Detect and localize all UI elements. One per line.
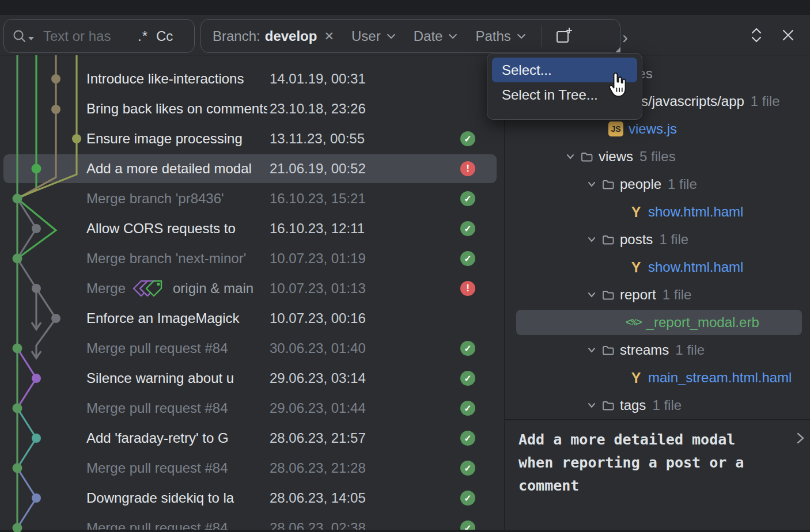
branch-filter-chip[interactable]: Branch: develop ✕ bbox=[213, 28, 334, 44]
commit-row[interactable]: Merge origin & main 10.07.23, 01:13 bbox=[0, 273, 504, 303]
commit-message: Allow CORS requests to bbox=[86, 214, 267, 244]
tree-folder-row[interactable]: posts 1 file bbox=[505, 226, 810, 253]
chevron-down-icon[interactable] bbox=[586, 234, 597, 245]
commit-message: Merge branch 'next-minor' bbox=[86, 244, 267, 273]
commit-row[interactable]: Bring back likes on comments23.10.18, 23… bbox=[0, 94, 504, 124]
search-icon[interactable] bbox=[12, 29, 34, 44]
branch-filter-remove-icon[interactable]: ✕ bbox=[324, 29, 334, 43]
commit-date: 29.06.23, 03:14 bbox=[270, 363, 366, 393]
commit-message: Ensure image processing bbox=[86, 124, 267, 154]
commit-message: Silence warning about u bbox=[86, 363, 267, 393]
build-status-icon bbox=[460, 221, 475, 236]
tree-file-row-selected[interactable]: <%> _report_modal.erb bbox=[505, 309, 810, 336]
commit-row[interactable]: Ensure image processing13.11.23, 00:55 bbox=[0, 124, 504, 154]
chevron-down-icon[interactable] bbox=[565, 151, 576, 162]
user-filter[interactable]: User bbox=[351, 28, 396, 44]
chevron-down-icon bbox=[516, 32, 527, 43]
commit-message: Merge bbox=[86, 273, 130, 303]
commit-date: 23.10.18, 23:26 bbox=[270, 94, 366, 124]
date-filter[interactable]: Date bbox=[414, 28, 459, 44]
commit-row[interactable]: Enforce an ImageMagick10.07.23, 00:16 bbox=[0, 303, 504, 333]
window-top-strip bbox=[0, 0, 810, 15]
folder-icon bbox=[602, 400, 615, 411]
tree-folder-row[interactable]: streams 1 file bbox=[505, 336, 810, 364]
tree-folder-row[interactable]: tags 1 file bbox=[505, 392, 810, 419]
tree-folder-row[interactable]: people 1 file bbox=[505, 170, 810, 198]
filter-bar: Branch: develop ✕ User Date Paths bbox=[200, 19, 620, 53]
tree-folder-row[interactable]: report 1 file bbox=[505, 281, 810, 309]
folder-icon bbox=[602, 178, 615, 190]
commit-row[interactable]: Merge pull request #8430.06.23, 01:40 bbox=[0, 333, 504, 363]
tree-folder-row[interactable]: views 5 files bbox=[505, 143, 810, 170]
commit-details-message: Add a more detailed modal when reporting… bbox=[518, 428, 760, 497]
haml-file-icon: Y bbox=[629, 370, 643, 385]
close-icon[interactable] bbox=[781, 28, 795, 44]
match-case-toggle[interactable]: Cc bbox=[156, 28, 173, 44]
chevron-right-icon[interactable] bbox=[794, 431, 807, 448]
commit-date: 13.11.23, 00:55 bbox=[270, 124, 365, 154]
regex-toggle[interactable]: .* bbox=[138, 28, 148, 44]
haml-file-icon: Y bbox=[629, 260, 643, 275]
commit-row[interactable]: Downgrade sidekiq to la28.06.23, 14:05 bbox=[0, 483, 504, 513]
commit-date: 21.06.19, 00:52 bbox=[270, 154, 366, 184]
chevron-down-icon bbox=[386, 32, 396, 43]
build-status-icon bbox=[460, 341, 475, 356]
folder-icon bbox=[602, 234, 615, 245]
tree-file-row[interactable]: Y main_stream.html.haml bbox=[505, 364, 810, 392]
commit-message: Merge branch 'pr8436' bbox=[86, 184, 267, 214]
git-log-window: Text or has .* Cc Branch: develop ✕ User… bbox=[0, 0, 810, 532]
build-status-icon bbox=[460, 161, 475, 176]
commit-row[interactable]: Add 'faraday-retry' to G28.06.23, 21:57 bbox=[0, 423, 504, 453]
details-divider bbox=[505, 419, 810, 420]
tree-file-row[interactable]: Y show.html.haml bbox=[505, 253, 810, 281]
js-file-icon: JS bbox=[608, 121, 623, 136]
commit-message: Bring back likes on comments bbox=[86, 94, 267, 124]
commit-date: 29.06.23, 01:44 bbox=[270, 393, 366, 423]
commit-row[interactable]: Allow CORS requests to16.10.23, 12:11 bbox=[0, 214, 504, 244]
branch-filter-value: develop bbox=[265, 28, 317, 44]
chevron-down-icon[interactable] bbox=[586, 179, 597, 189]
search-input[interactable]: Text or has .* Cc bbox=[3, 19, 195, 53]
toolbar-separator bbox=[0, 55, 810, 56]
commit-date: 28.06.23, 21:57 bbox=[270, 423, 366, 453]
open-new-tab-icon[interactable] bbox=[555, 28, 573, 45]
branch-filter-label: Branch: bbox=[213, 28, 260, 44]
commit-date: 28.06.23, 21:28 bbox=[270, 453, 366, 483]
chevron-down-icon bbox=[448, 32, 458, 43]
commit-date: 16.10.23, 15:21 bbox=[270, 184, 366, 214]
build-status-icon bbox=[460, 191, 475, 206]
toolbar-overflow-chevron-icon[interactable]: › bbox=[622, 28, 628, 47]
erb-file-icon: <%> bbox=[626, 317, 642, 328]
search-history-arrow-icon bbox=[28, 37, 34, 40]
paths-filter[interactable]: Paths bbox=[475, 28, 526, 44]
expand-collapse-icon[interactable] bbox=[749, 26, 764, 46]
toolbar-overflow-corner bbox=[615, 47, 620, 52]
commit-row[interactable]: Merge pull request #8428.06.23, 21:28 bbox=[0, 453, 504, 483]
chevron-down-icon[interactable] bbox=[586, 345, 597, 355]
chevron-down-icon[interactable] bbox=[586, 290, 597, 300]
build-status-icon bbox=[460, 131, 475, 146]
build-status-icon bbox=[460, 251, 475, 266]
branch-tags-icon bbox=[131, 279, 173, 300]
build-status-icon bbox=[460, 431, 475, 446]
commit-message: Add a more detailed modal bbox=[86, 154, 267, 184]
commit-message: Merge pull request #84 bbox=[86, 333, 267, 363]
commit-refs: origin & main bbox=[173, 273, 253, 303]
folder-icon bbox=[602, 289, 615, 301]
commit-row[interactable]: Merge branch 'next-minor'10.07.23, 01:19 bbox=[0, 244, 504, 273]
commit-row[interactable]: Merge pull request #8429.06.23, 01:44 bbox=[0, 393, 504, 423]
chevron-down-icon[interactable] bbox=[586, 400, 597, 411]
commit-row[interactable]: Merge branch 'pr8436'16.10.23, 15:21 bbox=[0, 184, 504, 214]
build-status-icon bbox=[460, 281, 475, 296]
commit-row[interactable]: Introduce like-interactions14.01.19, 00:… bbox=[0, 64, 504, 94]
commit-row-selected[interactable]: Add a more detailed modal21.06.19, 00:52 bbox=[0, 154, 504, 184]
commit-row[interactable]: Silence warning about u29.06.23, 03:14 bbox=[0, 363, 504, 393]
commit-date: 16.10.23, 12:11 bbox=[270, 214, 365, 244]
build-status-icon bbox=[460, 461, 475, 476]
commit-list: Introduce like-interactions14.01.19, 00:… bbox=[0, 55, 504, 532]
commit-date: 30.06.23, 01:40 bbox=[270, 333, 366, 363]
panel-divider bbox=[504, 56, 505, 532]
commit-date: 28.06.23, 14:05 bbox=[270, 483, 366, 513]
build-status-icon bbox=[460, 371, 475, 386]
tree-file-row[interactable]: Y show.html.haml bbox=[505, 198, 810, 226]
